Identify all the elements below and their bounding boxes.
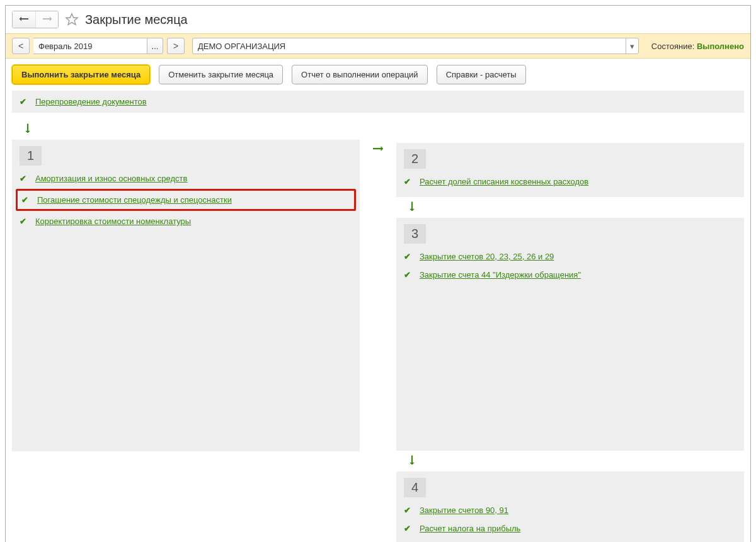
op-row: ✔ Погашение стоимости спецодежды и спецо…	[21, 191, 350, 209]
svg-marker-0	[66, 14, 77, 25]
op-indirect-costs[interactable]: Расчет долей списания косвенных расходов	[420, 177, 588, 186]
stage-2-number: 2	[404, 149, 426, 169]
execute-closing-button[interactable]: Выполнить закрытие месяца	[12, 65, 150, 84]
highlighted-operation: ✔ Погашение стоимости спецодежды и спецо…	[16, 189, 356, 211]
op-row: ✔ Закрытие счетов 20, 23, 25, 26 и 29	[404, 247, 736, 266]
check-icon: ✔	[20, 174, 26, 183]
right-column: 2 ✔ Расчет долей списания косвенных расх…	[396, 119, 744, 542]
stage-3: 3 ✔ Закрытие счетов 20, 23, 25, 26 и 29 …	[396, 218, 744, 451]
period-box: Февраль 2019 ...	[33, 38, 163, 54]
stage-1-number: 1	[20, 146, 42, 166]
forward-button[interactable]: 🠖	[35, 11, 58, 28]
op-row: ✔ Расчет долей списания косвенных расход…	[404, 172, 736, 191]
actions-row: Выполнить закрытие месяца Отменить закры…	[6, 59, 750, 91]
check-icon: ✔	[404, 270, 411, 279]
stage-3-number: 3	[404, 224, 426, 244]
arrow-down-icon: 🠗	[396, 197, 744, 218]
cancel-closing-button[interactable]: Отменить закрытие месяца	[159, 65, 283, 84]
main-window: 🠔 🠖 Закрытие месяца < Февраль 2019 ... >…	[5, 5, 751, 542]
repost-section: ✔ Перепроведение документов	[12, 91, 744, 113]
stage-4-number: 4	[404, 478, 426, 497]
stage-4: 4 ✔ Закрытие счетов 90, 91 ✔ Расчет нало…	[396, 471, 744, 542]
back-button[interactable]: 🠔	[13, 11, 35, 28]
check-icon: ✔	[21, 195, 28, 205]
op-row: ✔ Закрытие счета 44 "Издержки обращения"	[404, 266, 736, 284]
op-row: ✔ Амортизация и износ основных средств	[20, 169, 352, 188]
period-next-button[interactable]: >	[167, 38, 185, 54]
op-row: ✔ Расчет налога на прибыль	[404, 519, 736, 538]
repost-documents-link[interactable]: Перепроведение документов	[35, 97, 147, 106]
check-icon: ✔	[404, 505, 411, 515]
op-workwear-cost[interactable]: Погашение стоимости спецодежды и спецосн…	[37, 195, 232, 205]
arrow-right-icon: 🠖	[372, 143, 384, 156]
status-value: Выполнено	[697, 42, 744, 51]
stage-1: 1 ✔ Амортизация и износ основных средств…	[12, 140, 360, 451]
period-toolbar: < Февраль 2019 ... > ДЕМО ОРГАНИЗАЦИЯ ▾ …	[6, 33, 750, 59]
check-icon: ✔	[20, 97, 26, 106]
dropdown-icon[interactable]: ▾	[626, 38, 638, 54]
period-picker-button[interactable]: ...	[147, 38, 163, 54]
organization-select[interactable]: ДЕМО ОРГАНИЗАЦИЯ ▾	[192, 38, 639, 54]
period-input[interactable]: Февраль 2019	[33, 38, 147, 54]
titlebar: 🠔 🠖 Закрытие месяца	[6, 6, 750, 33]
arrow-down-icon: 🠗	[396, 451, 744, 471]
check-icon: ✔	[404, 252, 411, 261]
op-close-accounts-90-91[interactable]: Закрытие счетов 90, 91	[420, 505, 508, 515]
arrow-between: 🠖	[372, 119, 384, 542]
check-icon: ✔	[404, 177, 411, 186]
operations-report-button[interactable]: Отчет о выполнении операций	[292, 65, 428, 84]
op-nomenclature-cost[interactable]: Корректировка стоимости номенклатуры	[35, 217, 191, 226]
nav-buttons: 🠔 🠖	[12, 11, 59, 28]
op-row: ✔ Закрытие счетов 90, 91	[404, 501, 736, 519]
organization-value: ДЕМО ОРГАНИЗАЦИЯ	[193, 42, 626, 51]
references-button[interactable]: Справки - расчеты	[437, 65, 526, 84]
arrow-down-icon: 🠗	[12, 119, 360, 140]
stage-2: 2 ✔ Расчет долей списания косвенных расх…	[396, 143, 744, 197]
op-amortization[interactable]: Амортизация и износ основных средств	[35, 174, 187, 183]
period-prev-button[interactable]: <	[12, 38, 30, 54]
favorite-star-icon[interactable]	[65, 13, 79, 26]
check-icon: ✔	[20, 217, 26, 226]
op-close-account-44[interactable]: Закрытие счета 44 "Издержки обращения"	[420, 270, 581, 279]
status: Состояние: Выполнено	[651, 42, 744, 51]
status-label: Состояние:	[651, 42, 694, 51]
op-close-accounts-20-29[interactable]: Закрытие счетов 20, 23, 25, 26 и 29	[420, 252, 554, 261]
op-profit-tax[interactable]: Расчет налога на прибыль	[420, 524, 520, 533]
check-icon: ✔	[404, 524, 411, 533]
op-row: ✔ Корректировка стоимости номенклатуры	[20, 212, 352, 230]
left-column: 🠗 1 ✔ Амортизация и износ основных средс…	[12, 119, 360, 542]
page-title: Закрытие месяца	[85, 13, 188, 27]
stages-flow: 🠗 1 ✔ Амортизация и износ основных средс…	[6, 113, 750, 542]
